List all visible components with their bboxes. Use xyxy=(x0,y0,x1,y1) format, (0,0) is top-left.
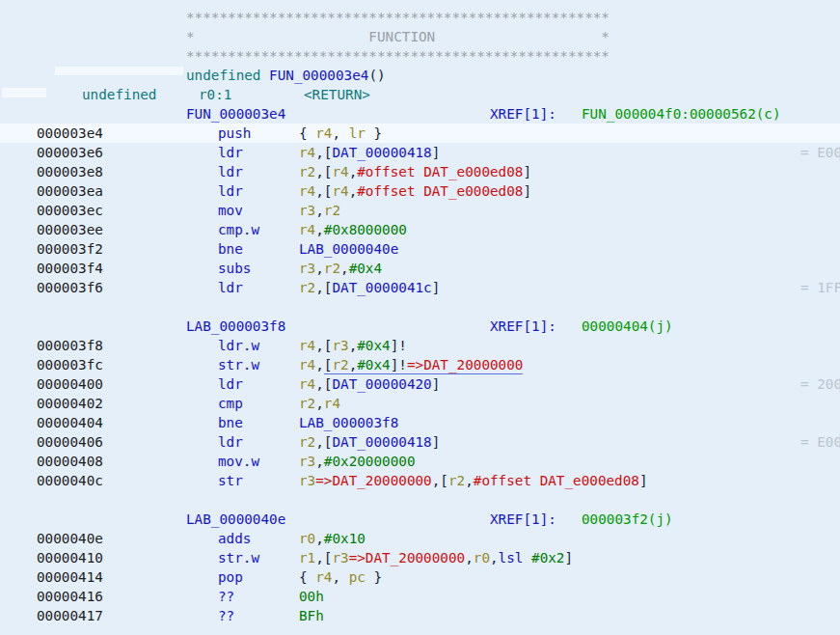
token: r1 xyxy=(299,550,315,566)
operands[interactable]: r4,[r3,#0x4]! xyxy=(299,336,407,355)
xref-count[interactable]: XREF[1]: xyxy=(490,510,556,529)
mnemonic[interactable]: mov xyxy=(218,201,243,220)
operands[interactable]: r3,r2 xyxy=(299,201,340,220)
address[interactable]: 000003e4 xyxy=(37,124,103,143)
function-label[interactable]: FUN_000003e4 xyxy=(186,104,285,124)
address[interactable]: 00000408 xyxy=(37,452,103,471)
xref-count[interactable]: XREF[1]: xyxy=(490,317,556,336)
operands[interactable]: r3,r2,#0x4 xyxy=(299,259,382,278)
operands[interactable]: LAB_000003f8 xyxy=(299,413,398,432)
xref-target[interactable]: FUN_000004f0:00000562(c) xyxy=(582,104,781,124)
operands[interactable]: r4,[r2,#0x4]!=>DAT_20000000 xyxy=(299,355,523,374)
xref-target[interactable]: 000003f2(j) xyxy=(582,510,673,529)
mnemonic[interactable]: ldr.w xyxy=(218,336,259,355)
address[interactable]: 00000417 xyxy=(37,606,103,625)
operands[interactable]: r2,r4 xyxy=(299,394,340,413)
code-label[interactable]: LAB_000003f8 xyxy=(186,317,285,336)
address[interactable]: 000003f2 xyxy=(37,239,103,259)
address[interactable]: 000003fc xyxy=(37,355,103,374)
mnemonic[interactable]: str xyxy=(218,471,243,490)
operands[interactable]: r2,[DAT_0000041c] xyxy=(299,278,440,297)
token: , xyxy=(315,531,324,546)
mnemonic[interactable]: str.w xyxy=(218,355,259,374)
plate-comment: ****************************************… xyxy=(186,8,610,27)
mnemonic[interactable]: ldr xyxy=(218,432,243,452)
xref-target[interactable]: 00000404(j) xyxy=(582,317,673,336)
mnemonic[interactable]: adds xyxy=(218,529,251,548)
mnemonic[interactable]: pop xyxy=(218,567,243,587)
address[interactable]: 000003ec xyxy=(37,201,103,220)
operands[interactable]: { r4, lr } xyxy=(299,124,382,143)
mnemonic[interactable]: ?? xyxy=(218,606,234,625)
mnemonic[interactable]: bne xyxy=(218,413,243,432)
mnemonic[interactable]: ldr xyxy=(218,162,243,181)
operands[interactable]: r2,[r4,#offset DAT_e000ed08] xyxy=(299,162,531,181)
address[interactable]: 000003e6 xyxy=(37,143,103,162)
token: ?? xyxy=(218,608,234,623)
token: DAT_00000418 xyxy=(332,434,431,450)
function-signature[interactable]: undefined FUN_000003e4() xyxy=(186,66,386,85)
token: r3 xyxy=(299,473,315,488)
address[interactable]: 00000402 xyxy=(37,394,103,413)
operands[interactable]: r3,#0x20000000 xyxy=(299,452,416,471)
return-marker[interactable]: <RETURN> xyxy=(304,85,370,104)
mnemonic[interactable]: ldr xyxy=(218,374,243,394)
address[interactable]: 00000406 xyxy=(37,432,103,452)
token: str.w xyxy=(218,357,259,373)
address[interactable]: 00000414 xyxy=(37,567,103,587)
address[interactable]: 000003f4 xyxy=(37,259,103,278)
token: * FUNCTION * xyxy=(186,29,610,44)
token: r2 xyxy=(324,261,340,276)
operands[interactable]: r1,[r3=>DAT_20000000,r0,lsl #0x2] xyxy=(299,548,573,567)
token: pop xyxy=(218,569,243,585)
token: 00h xyxy=(299,589,324,604)
token: ****************************************… xyxy=(186,48,610,64)
mnemonic[interactable]: cmp.w xyxy=(218,220,259,239)
mnemonic[interactable]: push xyxy=(218,124,251,143)
mnemonic[interactable]: ?? xyxy=(218,587,234,606)
operands[interactable]: r4,[DAT_00000418] xyxy=(299,143,440,162)
token: 000003ee xyxy=(37,222,103,237)
mnemonic[interactable]: mov.w xyxy=(218,452,259,471)
listing-row: FUN_000003e4XREF[1]:FUN_000004f0:0000056… xyxy=(0,104,840,124)
mnemonic[interactable]: ldr xyxy=(218,181,243,201)
token: , xyxy=(315,261,324,276)
storage-type[interactable]: undefined xyxy=(82,85,156,104)
token: LAB_000003f8 xyxy=(186,318,285,334)
operands[interactable]: 00h xyxy=(299,587,324,606)
token: , xyxy=(349,183,358,199)
mnemonic[interactable]: ldr xyxy=(218,143,243,162)
address[interactable]: 0000040e xyxy=(37,529,103,548)
address[interactable]: 0000040c xyxy=(37,471,103,490)
address[interactable]: 000003f6 xyxy=(37,278,103,297)
operands[interactable]: r2,[DAT_00000418] xyxy=(299,432,440,452)
token: r2 xyxy=(299,434,315,450)
address[interactable]: 000003e8 xyxy=(37,162,103,181)
mnemonic[interactable]: bne xyxy=(218,239,243,259)
operands[interactable]: LAB_0000040e xyxy=(299,239,398,259)
address[interactable]: 00000400 xyxy=(37,374,103,394)
mnemonic[interactable]: subs xyxy=(218,259,251,278)
code-label[interactable]: LAB_0000040e xyxy=(186,510,285,529)
address[interactable]: 000003ee xyxy=(37,220,103,239)
token: r3 xyxy=(332,550,348,566)
operands[interactable]: r4,[DAT_00000420] xyxy=(299,374,440,394)
address[interactable]: 00000404 xyxy=(37,413,103,432)
operands[interactable]: r0,#0x10 xyxy=(299,529,366,548)
operands[interactable]: r3=>DAT_20000000,[r2,#offset DAT_e000ed0… xyxy=(299,471,648,490)
blank-row xyxy=(0,297,840,317)
mnemonic[interactable]: str.w xyxy=(218,548,259,567)
operands[interactable]: r4,[r4,#offset DAT_e000ed08] xyxy=(299,181,531,201)
mnemonic[interactable]: cmp xyxy=(218,394,243,413)
operands[interactable]: { r4, pc } xyxy=(299,567,382,587)
operands[interactable]: BFh xyxy=(299,606,324,625)
mnemonic[interactable]: ldr xyxy=(218,278,243,297)
operands[interactable]: r4,#0x8000000 xyxy=(299,220,407,239)
address[interactable]: 00000410 xyxy=(37,548,103,567)
token: ] xyxy=(432,434,441,450)
storage-register[interactable]: r0:1 xyxy=(199,85,231,104)
address[interactable]: 00000416 xyxy=(37,587,103,606)
address[interactable]: 000003f8 xyxy=(37,336,103,355)
address[interactable]: 000003ea xyxy=(37,181,103,201)
xref-count[interactable]: XREF[1]: xyxy=(490,104,556,124)
